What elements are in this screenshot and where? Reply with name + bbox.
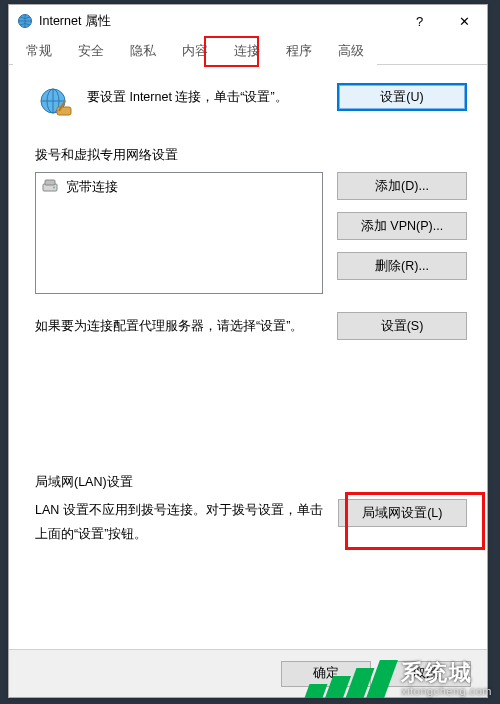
close-button[interactable]: ✕ (442, 6, 487, 36)
proxy-settings-button[interactable]: 设置(S) (337, 312, 467, 340)
tab-strip: 常规 安全 隐私 内容 连接 程序 高级 (9, 37, 487, 65)
connections-listbox[interactable]: 宽带连接 (35, 172, 323, 294)
lan-description: LAN 设置不应用到拨号连接。对于拨号设置，单击 上面的“设置”按钮。 (35, 499, 324, 547)
lan-settings-button[interactable]: 局域网设置(L) (338, 499, 467, 527)
window-title: Internet 属性 (39, 13, 397, 30)
setup-button[interactable]: 设置(U) (337, 83, 467, 111)
svg-rect-5 (45, 180, 55, 185)
globe-setup-icon (35, 83, 75, 123)
remove-button[interactable]: 删除(R)... (337, 252, 467, 280)
help-button[interactable]: ? (397, 6, 442, 36)
connection-item-label: 宽带连接 (66, 179, 118, 196)
tab-general[interactable]: 常规 (13, 37, 65, 65)
dialog-window: Internet 属性 ? ✕ 常规 安全 隐私 内容 连接 程序 高级 要设置… (8, 4, 488, 698)
ok-button[interactable]: 确定 (281, 661, 371, 687)
tab-security[interactable]: 安全 (65, 37, 117, 65)
tab-programs[interactable]: 程序 (273, 37, 325, 65)
tab-privacy[interactable]: 隐私 (117, 37, 169, 65)
svg-point-6 (53, 187, 55, 189)
internet-options-icon (17, 13, 33, 29)
titlebar: Internet 属性 ? ✕ (9, 5, 487, 37)
dialog-button-bar: 确定 取消 (9, 649, 487, 697)
setup-description: 要设置 Internet 连接，单击“设置”。 (87, 83, 325, 106)
tab-content[interactable]: 内容 (169, 37, 221, 65)
lan-section-label: 局域网(LAN)设置 (35, 474, 467, 491)
modem-icon (42, 179, 60, 196)
cancel-button[interactable]: 取消 (381, 661, 471, 687)
tab-connections[interactable]: 连接 (221, 37, 273, 65)
dialup-section-label: 拨号和虚拟专用网络设置 (35, 147, 467, 164)
tab-panel-connections: 要设置 Internet 连接，单击“设置”。 设置(U) 拨号和虚拟专用网络设… (9, 65, 487, 557)
add-button[interactable]: 添加(D)... (337, 172, 467, 200)
connection-item-broadband[interactable]: 宽带连接 (40, 177, 318, 198)
tab-advanced[interactable]: 高级 (325, 37, 377, 65)
proxy-description: 如果要为连接配置代理服务器，请选择“设置”。 (35, 318, 323, 335)
add-vpn-button[interactable]: 添加 VPN(P)... (337, 212, 467, 240)
